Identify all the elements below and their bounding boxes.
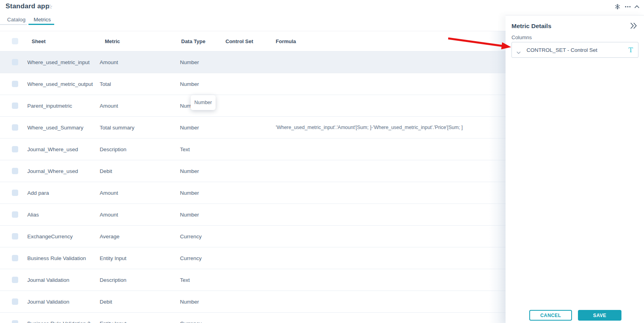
- row-checkbox[interactable]: [12, 81, 18, 87]
- row-checkbox[interactable]: [12, 320, 18, 323]
- row-checkbox[interactable]: [12, 190, 18, 196]
- cell-metric: Entity Input: [100, 321, 180, 323]
- cell-sheet: Business Rule Validation 2: [27, 321, 100, 323]
- cancel-button[interactable]: CANCEL: [529, 310, 572, 321]
- table-row[interactable]: Where_used_metric_input Amount Number: [0, 51, 506, 73]
- row-checkbox[interactable]: [12, 298, 18, 305]
- text-data-type-icon[interactable]: T: [629, 46, 633, 54]
- table-row[interactable]: Add para Amount Number: [0, 182, 506, 204]
- table-row[interactable]: Journal Validation Description Text: [0, 269, 506, 291]
- row-checkbox[interactable]: [12, 211, 18, 218]
- cell-data-type: Currency: [180, 321, 225, 323]
- cell-metric: Average: [100, 234, 180, 239]
- table-row[interactable]: Business Rule Validation 2 Entity Input …: [0, 313, 506, 323]
- select-all-checkbox[interactable]: [12, 38, 18, 44]
- cell-sheet: Business Rule Validation: [27, 255, 100, 261]
- cell-data-type: Currency: [180, 234, 225, 239]
- metric-details-panel: Metric Details Columns CONTROL_SET - Con…: [506, 15, 644, 323]
- tab-metrics[interactable]: Metrics: [34, 17, 51, 23]
- row-checkbox[interactable]: [12, 277, 18, 283]
- tab-indicator-inactive: [0, 24, 27, 25]
- cell-data-type: Number: [180, 212, 225, 218]
- row-checkbox[interactable]: [12, 146, 18, 152]
- table-header-row: Sheet Metric Data Type Control Set Formu…: [0, 31, 506, 51]
- save-button[interactable]: SAVE: [578, 310, 621, 321]
- columns-section-label: Columns: [511, 34, 532, 40]
- cell-data-type: Text: [180, 146, 225, 152]
- cell-data-type: Number: [180, 168, 225, 174]
- column-header-data-type: Data Type: [180, 38, 225, 44]
- table-row[interactable]: Where_used_metric_output Total Number: [0, 73, 506, 95]
- cell-data-type: Currency: [180, 255, 225, 261]
- cell-formula: 'Where_used_metric_input'.'Amount'[Sum; …: [276, 125, 506, 130]
- cell-metric: Total summary: [100, 125, 180, 131]
- table-row[interactable]: Journal Validation Debit Number: [0, 291, 506, 313]
- cell-sheet: Add para: [27, 190, 100, 196]
- cell-sheet: Parent_inputmetric: [27, 103, 100, 109]
- cell-data-type: Number: [180, 81, 225, 87]
- row-checkbox[interactable]: [12, 168, 18, 174]
- row-checkbox[interactable]: [12, 59, 18, 65]
- table-body: Where_used_metric_input Amount Number Wh…: [0, 51, 506, 323]
- row-checkbox[interactable]: [12, 124, 18, 131]
- cell-sheet: Where_used_metric_input: [27, 59, 100, 65]
- table-row[interactable]: ExchangeCurrency Average Currency: [0, 226, 506, 247]
- cell-data-type: Number: [180, 125, 225, 131]
- column-header-sheet: Sheet: [27, 38, 100, 44]
- tab-indicator-active: [28, 24, 54, 25]
- row-checkbox[interactable]: [12, 103, 18, 109]
- row-checkbox[interactable]: [12, 255, 18, 261]
- table-row[interactable]: Journal_Where_used Description Text: [0, 139, 506, 160]
- panel-title: Metric Details: [511, 23, 551, 30]
- chevron-down-icon: [517, 49, 521, 51]
- cell-sheet: ExchangeCurrency: [27, 234, 100, 239]
- cell-data-type: Number: [180, 59, 225, 65]
- columns-field-value: CONTROL_SET - Control Set: [527, 47, 597, 53]
- column-header-formula: Formula: [276, 38, 506, 44]
- cell-metric: Amount: [100, 212, 180, 218]
- cell-sheet: Journal Validation: [27, 299, 100, 305]
- cell-data-type: Text: [180, 277, 225, 283]
- cell-metric: Amount: [100, 59, 180, 65]
- cell-sheet: Journal_Where_used: [27, 146, 100, 152]
- snowflake-icon[interactable]: [614, 4, 621, 10]
- table-row[interactable]: Parent_inputmetric Amount Number: [0, 95, 506, 117]
- cell-metric: Total: [100, 81, 180, 87]
- cell-sheet: Where_used_metric_output: [27, 81, 100, 87]
- cell-sheet: Alias: [27, 212, 100, 218]
- table-row[interactable]: Where_used_Summary Total summary Number …: [0, 117, 506, 139]
- table-row[interactable]: Business Rule Validation Entity Input Cu…: [0, 247, 506, 269]
- metrics-table: Sheet Metric Data Type Control Set Formu…: [0, 31, 506, 323]
- table-row[interactable]: Alias Amount Number: [0, 204, 506, 226]
- cell-metric: Debit: [100, 168, 180, 174]
- row-checkbox[interactable]: [12, 233, 18, 239]
- cell-metric: Description: [100, 277, 180, 283]
- page-title: Standard app: [6, 2, 49, 10]
- table-row[interactable]: Journal_Where_used Debit Number: [0, 160, 506, 182]
- cell-data-type: Number: [180, 299, 225, 305]
- cell-metric: Amount: [100, 103, 180, 109]
- column-header-metric: Metric: [100, 38, 180, 44]
- cell-sheet: Journal Validation: [27, 277, 100, 283]
- favorite-star-icon[interactable]: ☆: [47, 3, 53, 10]
- cell-metric: Description: [100, 146, 180, 152]
- chevron-double-right-icon[interactable]: [631, 22, 637, 29]
- chevron-up-icon[interactable]: [634, 4, 640, 10]
- cell-metric: Debit: [100, 299, 180, 305]
- cell-data-type: Number: [180, 190, 225, 196]
- column-header-control-set: Control Set: [225, 38, 276, 44]
- cell-sheet: Where_used_Summary: [27, 125, 100, 131]
- ellipsis-icon[interactable]: [625, 4, 631, 10]
- cell-metric: Amount: [100, 190, 180, 196]
- cell-metric: Entity Input: [100, 255, 180, 261]
- tab-catalog[interactable]: Catalog: [7, 17, 26, 23]
- cell-sheet: Journal_Where_used: [27, 168, 100, 174]
- data-type-tooltip: Number: [191, 95, 216, 110]
- columns-field[interactable]: CONTROL_SET - Control Set T: [511, 42, 638, 58]
